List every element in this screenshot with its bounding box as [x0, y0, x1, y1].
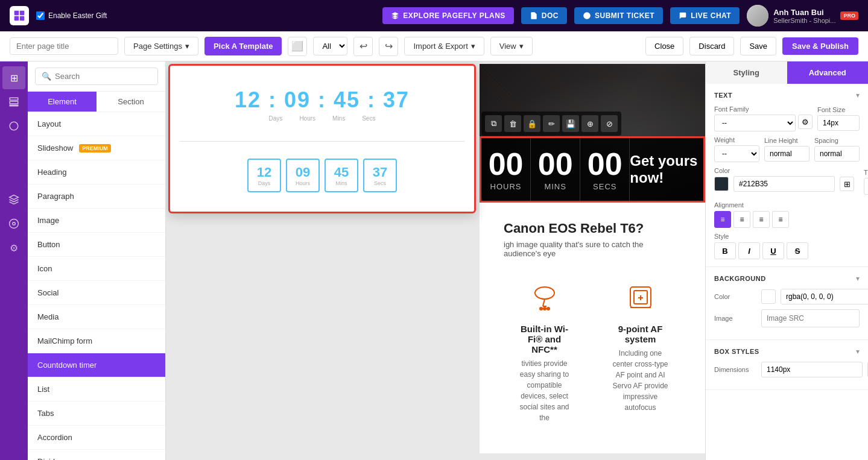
live-chat-button[interactable]: LIVE CHAT: [670, 7, 740, 24]
timer-style-1[interactable]: 12 : 09 : 45 : 37 Days Hours Mins Secs: [180, 75, 464, 134]
pro-badge: PRO: [840, 11, 858, 20]
bg-color-label: Color: [714, 293, 756, 300]
tab-section[interactable]: Section: [97, 92, 165, 112]
countdown-toolbar: ⧉ 🗑 🔒 ✏ 💾 ⊕ ⊘: [481, 112, 621, 136]
font-family-gear[interactable]: ⚙: [798, 115, 813, 129]
element-item-layout[interactable]: Layout: [28, 112, 165, 136]
integrations-sidebar-icon[interactable]: [2, 212, 25, 235]
gift-toggle[interactable]: Enable Easter Gift: [36, 11, 107, 20]
layers-sidebar-icon[interactable]: [2, 188, 25, 211]
svg-rect-9: [10, 105, 18, 106]
bold-btn[interactable]: B: [714, 242, 736, 259]
edit-tool[interactable]: ✏: [543, 115, 560, 132]
bg-color-input[interactable]: [781, 289, 868, 304]
delete-tool[interactable]: 🗑: [504, 115, 521, 132]
settings-sidebar-icon[interactable]: ⚙: [2, 236, 25, 259]
element-item-mailchimp[interactable]: MailChimp form: [28, 329, 165, 353]
tab-advanced[interactable]: Advanced: [787, 61, 869, 84]
svg-rect-3: [20, 16, 25, 21]
width-input[interactable]: [761, 362, 863, 377]
element-item-paragraph[interactable]: Paragraph: [28, 184, 165, 209]
chevron-down-icon: ▾: [519, 42, 524, 51]
text-color-preview[interactable]: [714, 177, 729, 191]
sections-sidebar-icon[interactable]: [2, 90, 25, 113]
save-publish-button[interactable]: Save & Publish: [782, 37, 858, 55]
explore-plans-button[interactable]: EXPLORE PAGEFLY PLANS: [382, 7, 514, 24]
element-item-list[interactable]: List: [28, 377, 165, 402]
wifi-icon: [516, 282, 573, 318]
box-styles-chevron[interactable]: ▾: [856, 347, 860, 356]
align-center-btn[interactable]: ≡: [733, 211, 750, 228]
italic-btn[interactable]: I: [738, 242, 760, 259]
timer-style-2[interactable]: 12 Days 09 Hours 45 Mins 37 Secs: [180, 149, 464, 202]
bg-section-chevron[interactable]: ▾: [856, 274, 860, 283]
right-panel-tabs: Styling Advanced: [706, 61, 868, 84]
main-layout: ⊞ ⚙ 🔍: [0, 61, 868, 460]
device-preview-icon[interactable]: ⬜: [288, 37, 307, 56]
pick-template-button[interactable]: Pick A Template: [204, 37, 282, 55]
shopify-sidebar-icon[interactable]: [2, 115, 25, 137]
timer-box-days: 12 Days: [247, 159, 281, 192]
element-item-tabs[interactable]: Tabs: [28, 402, 165, 426]
feature-title-wifi: Built-in Wi-Fi® and NFC**: [516, 324, 573, 354]
weight-select[interactable]: --: [714, 145, 759, 162]
import-export-button[interactable]: Import & Export ▾: [404, 37, 484, 55]
timer-digits-1: 12 : 09 : 45 : 37: [192, 87, 452, 113]
duplicate-tool[interactable]: ⊕: [581, 115, 598, 132]
element-item-social[interactable]: Social: [28, 281, 165, 305]
svg-rect-8: [10, 101, 18, 104]
alignment-row: Alignment ≡ ≡ ≡ ≡: [714, 201, 860, 228]
strikethrough-btn[interactable]: S: [787, 242, 808, 259]
sidebar-tabs: Element Section: [28, 92, 165, 112]
more-tool[interactable]: ⊘: [601, 115, 618, 132]
page-settings-button[interactable]: Page Settings ▾: [124, 37, 198, 55]
element-item-heading[interactable]: Heading: [28, 160, 165, 184]
copy-tool[interactable]: ⧉: [485, 115, 502, 132]
element-item-countdown[interactable]: Countdown timer: [28, 353, 165, 377]
save-tool[interactable]: 💾: [562, 115, 579, 132]
hero-section: ⧉ 🗑 🔒 ✏ 💾 ⊕ ⊘ 00 HOURS 00 MINS: [480, 64, 705, 203]
tab-styling[interactable]: Styling: [706, 61, 787, 84]
save-button[interactable]: Save: [740, 37, 776, 55]
submit-ticket-button[interactable]: SUBMIT TICKET: [574, 7, 663, 24]
close-button[interactable]: Close: [645, 37, 683, 55]
element-item-image[interactable]: Image: [28, 209, 165, 233]
tab-element[interactable]: Element: [28, 92, 97, 112]
text-color-input[interactable]: [733, 176, 835, 192]
align-justify-btn[interactable]: ≡: [772, 211, 789, 228]
gift-checkbox[interactable]: [36, 11, 45, 20]
search-input[interactable]: [55, 72, 151, 81]
redo-button[interactable]: ↪: [379, 37, 398, 56]
svg-rect-1: [20, 11, 25, 16]
spacing-input[interactable]: [814, 146, 860, 162]
element-item-button[interactable]: Button: [28, 233, 165, 257]
font-family-select[interactable]: --: [714, 115, 796, 131]
undo-button[interactable]: ↩: [353, 37, 373, 56]
align-left-btn[interactable]: ≡: [714, 211, 731, 228]
feature-item-af: 9-point AF system Including one center c…: [600, 270, 681, 435]
countdown-secs-label: SECS: [593, 182, 616, 191]
underline-btn[interactable]: U: [762, 242, 784, 259]
countdown-hours-unit: 00 HOURS: [481, 138, 531, 201]
color-picker-button[interactable]: ⊞: [840, 177, 854, 191]
elements-sidebar-icon[interactable]: ⊞: [2, 66, 25, 89]
bg-color-preview[interactable]: [761, 289, 776, 304]
view-button[interactable]: View ▾: [490, 37, 533, 55]
background-section: BACKGROUND ▾ Color ⊞ Image ⬆: [706, 267, 868, 340]
element-item-icon[interactable]: Icon: [28, 257, 165, 281]
lock-tool[interactable]: 🔒: [524, 115, 540, 132]
page-title-input[interactable]: [10, 37, 118, 55]
device-select[interactable]: All: [313, 37, 347, 55]
discard-button[interactable]: Discard: [689, 37, 734, 55]
image-src-input[interactable]: [762, 311, 860, 326]
element-item-slideshow[interactable]: Slideshow PREMIUM: [28, 136, 165, 160]
element-item-accordion[interactable]: Accordion: [28, 426, 165, 450]
element-item-media[interactable]: Media: [28, 305, 165, 329]
doc-button[interactable]: DOC: [521, 7, 567, 24]
element-item-divider[interactable]: Divider: [28, 450, 165, 460]
align-right-btn[interactable]: ≡: [753, 211, 770, 228]
text-section-chevron[interactable]: ▾: [856, 91, 860, 99]
transform-uppercase-btn[interactable]: AA: [864, 178, 868, 195]
line-height-input[interactable]: [764, 146, 809, 162]
font-size-input[interactable]: [817, 115, 860, 131]
